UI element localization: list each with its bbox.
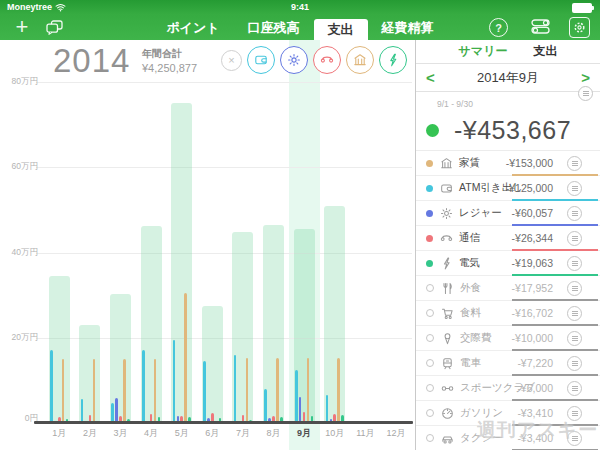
top-green-bar: Moneytree 9:41 + ポイント口座残高支出経費精算 ?: [0, 0, 600, 40]
category-menu-icon[interactable]: [567, 156, 582, 171]
category-dot-inactive[interactable]: [426, 359, 434, 367]
chart-header: 2014 年間合計 ¥4,250,877 ×: [0, 40, 415, 88]
category-menu-icon[interactable]: [567, 331, 582, 346]
category-row[interactable]: ガソリン-¥3,410: [416, 401, 600, 426]
category-amount: -¥7,220: [517, 357, 553, 369]
category-dot-inactive[interactable]: [426, 309, 434, 317]
category-label: 通信: [459, 231, 480, 245]
category-dot-active[interactable]: [426, 260, 433, 267]
category-amount: -¥6,000: [517, 382, 553, 394]
annual-total-label: 年間合計: [142, 47, 197, 61]
month-tick-label: 7月: [228, 427, 259, 440]
category-row[interactable]: スポーツクラブ-¥6,000: [416, 376, 600, 401]
category-dot-active[interactable]: [426, 160, 433, 167]
month-tick-label: 1月: [44, 427, 75, 440]
category-row[interactable]: 食料-¥16,702: [416, 301, 600, 326]
nav-tab-item[interactable]: ポイント: [152, 15, 233, 40]
category-label: 食料: [460, 306, 481, 320]
month-tick-label: 12月: [381, 427, 412, 440]
filter-wallet-icon[interactable]: [247, 46, 275, 74]
category-menu-icon[interactable]: [567, 181, 582, 196]
month-navigator: < 2014年9月 >: [416, 64, 600, 92]
period-range-label: 9/1 - 9/30: [437, 99, 473, 109]
total-dot: [426, 124, 439, 137]
building-icon: [440, 157, 453, 170]
category-amount: -¥19,063: [512, 257, 553, 269]
current-month-label: 2014年9月: [477, 69, 539, 87]
category-row[interactable]: ATM引き出し-¥125,000: [416, 176, 600, 201]
month-tick-label: 4月: [136, 427, 167, 440]
category-amount: -¥26,344: [512, 232, 553, 244]
filter-building-icon[interactable]: [346, 46, 374, 74]
category-amount: -¥3,410: [517, 407, 553, 419]
category-menu-icon[interactable]: [567, 281, 582, 296]
category-label: 電気: [459, 256, 480, 270]
cart-icon: [441, 307, 454, 320]
wallet-icon: [254, 53, 268, 67]
category-dot-active[interactable]: [426, 210, 433, 217]
category-dot-active[interactable]: [426, 235, 433, 242]
category-dot-inactive[interactable]: [426, 334, 434, 342]
category-amount: -¥125,000: [506, 182, 553, 194]
category-row[interactable]: レジャー-¥60,057: [416, 201, 600, 226]
category-row[interactable]: タクシー-¥3,400: [416, 426, 600, 450]
category-menu-icon[interactable]: [567, 256, 582, 271]
dumbbell-icon: [441, 382, 454, 395]
category-list: 家賃-¥153,000ATM引き出し-¥125,000レジャー-¥60,057通…: [416, 151, 600, 450]
nav-tab-strip: ポイント口座残高支出経費精算: [0, 15, 600, 40]
category-dot-inactive[interactable]: [426, 409, 434, 417]
sun-icon: [440, 207, 453, 220]
category-bar: [264, 389, 267, 423]
account-toggles-icon[interactable]: [531, 19, 550, 34]
month-tick-label: 5月: [166, 427, 197, 440]
gridline: [36, 167, 412, 168]
category-amount: -¥17,952: [512, 282, 553, 294]
y-tick-label: 0円: [0, 413, 38, 425]
category-dot-active[interactable]: [426, 185, 433, 192]
category-bar: [154, 359, 157, 423]
train-icon: [441, 357, 454, 370]
category-menu-icon[interactable]: [567, 306, 582, 321]
nav-tab-active[interactable]: 支出: [314, 19, 368, 40]
sun-icon: [287, 53, 301, 67]
category-dot-inactive[interactable]: [426, 434, 434, 442]
category-row[interactable]: 交際費-¥10,000: [416, 326, 600, 351]
gridline: [36, 253, 412, 254]
filter-phone-icon[interactable]: [313, 46, 341, 74]
help-icon[interactable]: ?: [489, 18, 508, 37]
prev-month-chevron-icon[interactable]: <: [422, 64, 439, 91]
category-bar: [295, 370, 298, 423]
tab-expenses[interactable]: 支出: [533, 43, 557, 60]
category-row[interactable]: 電車-¥7,220: [416, 351, 600, 376]
month-total-block: 9/1 - 9/30 -¥453,667: [416, 92, 600, 151]
category-menu-icon[interactable]: [567, 406, 582, 421]
category-row[interactable]: 外食-¥17,952: [416, 276, 600, 301]
category-row[interactable]: 電気-¥19,063: [416, 251, 600, 276]
category-menu-icon[interactable]: [567, 206, 582, 221]
category-row[interactable]: 通信-¥26,344: [416, 226, 600, 251]
tab-summary[interactable]: サマリー: [459, 43, 508, 60]
month-tick-label: 9月: [289, 427, 320, 440]
filter-bolt-icon[interactable]: [379, 46, 407, 74]
category-label: 家賃: [459, 156, 480, 170]
phone-icon: [440, 232, 453, 245]
category-menu-icon[interactable]: [567, 231, 582, 246]
category-bar: [142, 350, 145, 423]
month-total-bar[interactable]: [324, 206, 345, 423]
nav-tab-item[interactable]: 口座残高: [234, 15, 314, 40]
category-dot-inactive[interactable]: [426, 384, 434, 392]
filter-sun-icon[interactable]: [280, 46, 308, 74]
category-menu-icon[interactable]: [567, 356, 582, 371]
category-row[interactable]: 家賃-¥153,000: [416, 151, 600, 176]
category-menu-icon[interactable]: [567, 381, 582, 396]
category-amount: -¥10,000: [512, 332, 553, 344]
category-label: レジャー: [459, 206, 502, 220]
settings-gear-icon[interactable]: [569, 17, 590, 38]
nav-tab-item[interactable]: 経費精算: [368, 15, 448, 40]
category-menu-icon[interactable]: [567, 431, 582, 446]
clear-filter-icon[interactable]: ×: [221, 50, 242, 71]
moneytree-app: { "status_bar": { "carrier": "Moneytree"…: [0, 0, 600, 450]
total-menu-icon[interactable]: [578, 86, 593, 101]
category-label: 交際費: [460, 331, 492, 345]
category-dot-inactive[interactable]: [426, 284, 434, 292]
